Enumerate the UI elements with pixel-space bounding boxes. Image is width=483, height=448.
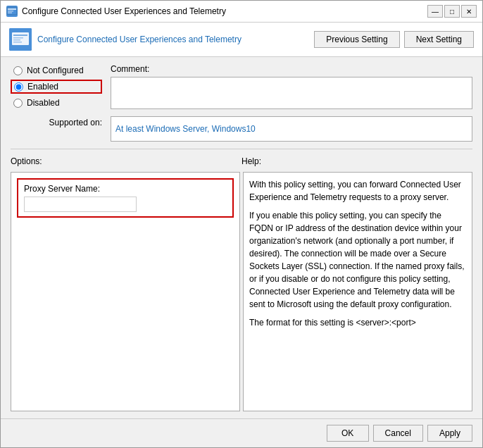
options-section-label: Options: bbox=[11, 156, 242, 166]
options-help-labels: Options: Help: bbox=[11, 156, 472, 166]
previous-setting-button[interactable]: Previous Setting bbox=[314, 31, 399, 48]
not-configured-option[interactable]: Not Configured bbox=[11, 64, 102, 77]
help-section-label: Help: bbox=[242, 156, 472, 166]
enabled-radio[interactable] bbox=[14, 82, 23, 92]
options-panel: Proxy Server Name: bbox=[11, 172, 240, 411]
supported-row: Supported on: At least Windows Server, W… bbox=[11, 116, 472, 142]
not-configured-radio[interactable] bbox=[13, 66, 23, 75]
header-title: Configure Connected User Experiences and… bbox=[37, 35, 242, 44]
header-left: Configure Connected User Experiences and… bbox=[9, 28, 242, 51]
window-icon bbox=[6, 6, 18, 17]
next-setting-button[interactable]: Next Setting bbox=[404, 31, 474, 48]
disabled-option[interactable]: Disabled bbox=[11, 97, 102, 109]
svg-rect-1 bbox=[8, 8, 16, 10]
comment-textarea[interactable] bbox=[111, 77, 472, 109]
header-title-plain: Configure Connected User Experiences and bbox=[37, 35, 205, 44]
enabled-label: Enabled bbox=[27, 82, 58, 92]
cancel-button[interactable]: Cancel bbox=[373, 425, 423, 442]
proxy-server-input[interactable] bbox=[24, 197, 137, 212]
header-buttons: Previous Setting Next Setting bbox=[314, 31, 474, 48]
supported-on-value: At least Windows Server, Windows 10 bbox=[111, 116, 472, 142]
supported-plain: At least Windows Server, Windows bbox=[115, 124, 246, 134]
dialog-header: Configure Connected User Experiences and… bbox=[1, 23, 482, 57]
help-panel: With this policy setting, you can forwar… bbox=[243, 172, 472, 411]
apply-button[interactable]: Apply bbox=[427, 425, 472, 442]
svg-rect-3 bbox=[8, 13, 12, 14]
proxy-section: Proxy Server Name: bbox=[17, 178, 234, 218]
panels-row: Proxy Server Name: With this policy sett… bbox=[11, 172, 472, 411]
enabled-option[interactable]: Enabled bbox=[11, 80, 102, 94]
disabled-radio[interactable] bbox=[13, 99, 23, 108]
header-title-highlight: Telemetry bbox=[205, 35, 242, 44]
main-content: Not Configured Enabled Disabled Comment:… bbox=[1, 57, 482, 418]
help-paragraph-2: If you enable this policy setting, you c… bbox=[249, 209, 466, 311]
title-bar-title: Configure Connected User Experiences and… bbox=[22, 6, 226, 16]
disabled-label: Disabled bbox=[27, 98, 60, 108]
dialog-footer: OK Cancel Apply bbox=[1, 418, 482, 447]
title-bar-controls: — □ ✕ bbox=[427, 5, 477, 18]
supported-highlight: 10 bbox=[246, 124, 255, 134]
main-window: Configure Connected User Experiences and… bbox=[0, 0, 483, 448]
close-button[interactable]: ✕ bbox=[461, 5, 477, 18]
minimize-button[interactable]: — bbox=[427, 5, 443, 18]
divider bbox=[11, 149, 472, 149]
svg-rect-2 bbox=[8, 11, 13, 12]
supported-on-label: Supported on: bbox=[11, 116, 102, 127]
svg-rect-6 bbox=[13, 35, 27, 36]
not-configured-label: Not Configured bbox=[27, 66, 84, 75]
svg-rect-8 bbox=[13, 39, 20, 41]
help-paragraph-1: With this policy setting, you can forwar… bbox=[249, 178, 466, 204]
top-section: Not Configured Enabled Disabled Comment: bbox=[11, 64, 472, 109]
policy-icon bbox=[9, 28, 32, 51]
radio-column: Not Configured Enabled Disabled bbox=[11, 64, 102, 109]
svg-rect-9 bbox=[13, 42, 22, 43]
svg-rect-5 bbox=[12, 32, 29, 45]
comment-column: Comment: bbox=[111, 64, 472, 109]
comment-label: Comment: bbox=[111, 64, 472, 74]
title-bar-left: Configure Connected User Experiences and… bbox=[6, 6, 226, 17]
help-paragraph-3: The format for this setting is <server>:… bbox=[249, 316, 466, 329]
proxy-server-label: Proxy Server Name: bbox=[24, 184, 227, 194]
svg-rect-7 bbox=[13, 37, 23, 39]
ok-button[interactable]: OK bbox=[327, 425, 369, 442]
maximize-button[interactable]: □ bbox=[444, 5, 460, 18]
title-bar: Configure Connected User Experiences and… bbox=[1, 1, 482, 23]
